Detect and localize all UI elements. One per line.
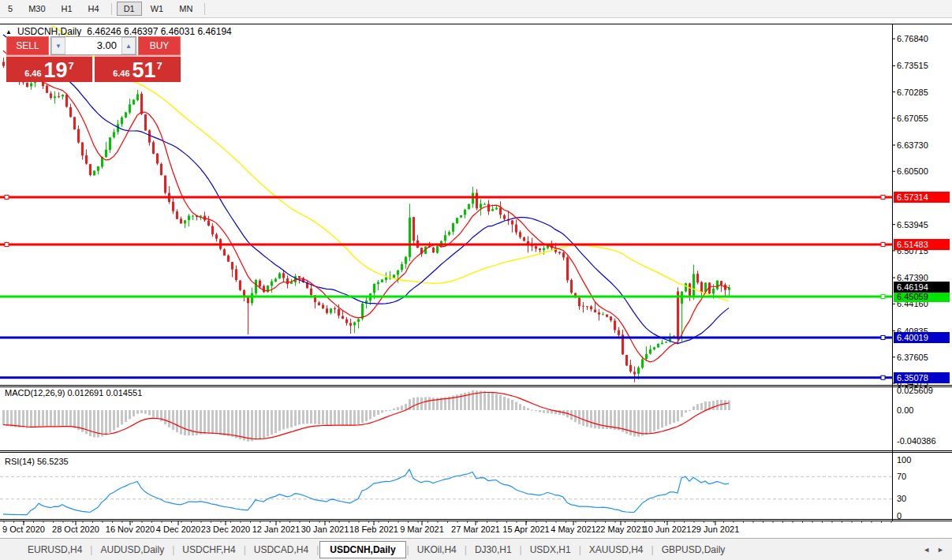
volume-spinner: ▼ 3.00 ▲ <box>50 36 136 55</box>
date-label: 4 Dec 2020 <box>156 525 200 534</box>
level-handle[interactable] <box>881 196 885 200</box>
chart-title: USDCNH,Daily <box>17 26 81 37</box>
tab-xauusd-h4[interactable]: XAUUSD,H4 <box>582 542 651 558</box>
tab-usdx-h1[interactable]: USDX,H1 <box>523 542 578 558</box>
ask-price-prefix: 6.46 <box>113 69 129 78</box>
rsi-axis-label: 70 <box>897 472 906 481</box>
price-tick-label: 6.60500 <box>897 166 928 176</box>
level-handle[interactable] <box>881 242 885 246</box>
level-handle[interactable] <box>881 335 885 339</box>
volume-increase-button[interactable]: ▲ <box>121 37 136 54</box>
tabs-scroll-right-icon[interactable]: ► <box>937 546 944 554</box>
ask-price-big: 51 <box>133 59 156 82</box>
ma-fast-line <box>3 50 729 362</box>
date-label: 4 May 2021 <box>551 525 595 534</box>
price-tick-label: 6.76840 <box>897 34 928 43</box>
rsi-axis-label: 0 <box>897 511 902 521</box>
date-label: 16 Nov 2020 <box>106 525 155 534</box>
bid-price-box[interactable]: 6.46 19 7 <box>6 55 92 82</box>
symbol-tab-bar: EURUSD,H4|AUDUSD,Daily|USDCHF,H4|USDCAD,… <box>0 538 952 560</box>
date-label: 30 Jan 2021 <box>301 525 349 534</box>
tab-ukoil-h4[interactable]: UKOil,H4 <box>410 542 464 558</box>
price-tick-label: 6.37605 <box>897 353 928 362</box>
collapse-icon[interactable]: ▲ <box>6 28 12 35</box>
rsi-indicator-label: RSI(14) 56.5235 <box>5 457 69 466</box>
one-click-trading-panel: SELL ▼ 3.00 ▲ BUY 6.46 19 7 6.46 51 7 <box>6 36 181 82</box>
date-label: 10 Jun 2021 <box>644 525 692 534</box>
tab-scroll-arrows: ◄► <box>923 546 944 554</box>
bid-price-big: 19 <box>44 59 68 82</box>
macd-indicator-label: MACD(12,26,9) 0.012691 0.014551 <box>5 388 142 398</box>
level-price-label: 6.57314 <box>894 192 950 203</box>
rsi-axis-label: 30 <box>897 494 906 503</box>
date-label: 23 Dec 2020 <box>201 525 250 534</box>
bid-price-prefix: 6.46 <box>24 69 41 78</box>
price-tick-label: 6.70285 <box>897 88 928 97</box>
date-label: 29 Jun 2021 <box>692 525 740 534</box>
level-handle[interactable] <box>5 196 9 200</box>
buy-button[interactable]: BUY <box>138 36 181 55</box>
date-label: 15 Apr 2021 <box>502 525 549 534</box>
tab-usdcnh-daily[interactable]: USDCNH,Daily <box>319 541 405 558</box>
macd-axis-label: -0.040386 <box>897 436 936 446</box>
tab-usdchf-h4[interactable]: USDCHF,H4 <box>175 542 242 558</box>
date-label: 12 Jan 2021 <box>252 525 301 534</box>
volume-input[interactable]: 3.00 <box>65 37 121 54</box>
level-price-label: 6.51483 <box>894 239 950 250</box>
level-handle[interactable] <box>5 242 9 246</box>
mt4-application: 5M30H1H4D1W1MN ▲ USDCNH,Daily 6.46246 6.… <box>0 0 952 560</box>
level-handle[interactable] <box>881 375 885 379</box>
price-tick-label: 6.73515 <box>897 61 928 70</box>
price-tick-label: 6.53945 <box>897 220 928 230</box>
macd-axis-label: 0.025609 <box>897 386 933 395</box>
level-handle[interactable] <box>881 295 885 299</box>
bid-price-pipette: 7 <box>69 60 74 72</box>
date-label: 22 May 2021 <box>595 525 646 534</box>
tab-gbpusd-daily[interactable]: GBPUSD,Daily <box>655 542 733 558</box>
price-chart-canvas[interactable] <box>0 0 952 560</box>
rsi-axis-label: 100 <box>897 455 911 465</box>
rsi-line <box>3 469 729 515</box>
sell-button[interactable]: SELL <box>6 36 49 55</box>
price-tick-label: 6.67055 <box>897 114 928 123</box>
tab-dj30-h1[interactable]: DJ30,H1 <box>468 542 519 558</box>
tabs-scroll-left-icon[interactable]: ◄ <box>923 546 930 554</box>
date-label: 27 Mar 2021 <box>451 525 500 534</box>
level-price-label: 6.40019 <box>894 332 950 343</box>
candles-layer <box>2 58 730 383</box>
ask-price-box[interactable]: 6.46 51 7 <box>95 55 181 82</box>
volume-decrease-button[interactable]: ▼ <box>51 37 65 54</box>
macd-axis-label: 0.00 <box>897 405 913 415</box>
current-price-label: 6.46194 <box>894 282 950 293</box>
date-label: 18 Feb 2021 <box>349 525 398 534</box>
date-label: 9 Mar 2021 <box>400 525 444 534</box>
level-price-label: 6.35078 <box>894 372 950 383</box>
date-label: 28 Oct 2020 <box>52 525 99 534</box>
chart-ohlc-values: 6.46246 6.46397 6.46031 6.46194 <box>87 26 232 37</box>
tab-usdcad-h4[interactable]: USDCAD,H4 <box>247 542 315 558</box>
chart-window-header: ▲ USDCNH,Daily 6.46246 6.46397 6.46031 6… <box>6 26 232 37</box>
tab-eurusd-h4[interactable]: EURUSD,H4 <box>21 542 89 558</box>
price-tick-label: 6.63730 <box>897 140 928 150</box>
price-tick-label: 6.47390 <box>897 273 928 282</box>
date-label: 9 Oct 2020 <box>2 525 45 534</box>
ask-price-pipette: 7 <box>157 60 162 72</box>
tab-audusd-daily[interactable]: AUDUSD,Daily <box>93 542 171 558</box>
